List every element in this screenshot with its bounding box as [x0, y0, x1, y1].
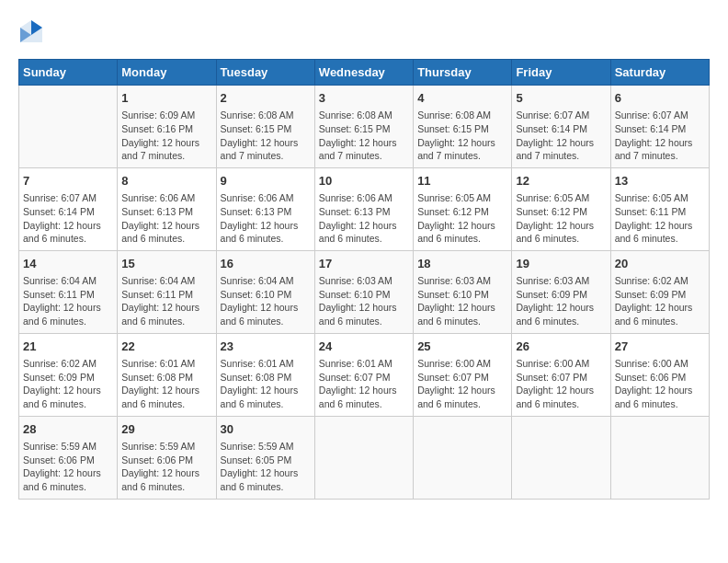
day-info: Sunrise: 6:04 AM Sunset: 6:11 PM Dayligh… [23, 274, 113, 328]
calendar-cell: 24Sunrise: 6:01 AM Sunset: 6:07 PM Dayli… [314, 333, 413, 416]
day-info: Sunrise: 5:59 AM Sunset: 6:06 PM Dayligh… [121, 440, 211, 494]
column-header-sunday: Sunday [19, 60, 118, 86]
calendar-week-row: 7Sunrise: 6:07 AM Sunset: 6:14 PM Daylig… [19, 167, 710, 250]
calendar-cell: 9Sunrise: 6:06 AM Sunset: 6:13 PM Daylig… [216, 167, 314, 250]
column-header-friday: Friday [512, 60, 610, 86]
day-info: Sunrise: 6:00 AM Sunset: 6:07 PM Dayligh… [417, 357, 507, 411]
day-number: 6 [615, 90, 705, 107]
calendar-week-row: 21Sunrise: 6:02 AM Sunset: 6:09 PM Dayli… [19, 333, 710, 416]
calendar-cell: 25Sunrise: 6:00 AM Sunset: 6:07 PM Dayli… [414, 333, 512, 416]
calendar-cell: 26Sunrise: 6:00 AM Sunset: 6:07 PM Dayli… [512, 333, 610, 416]
day-info: Sunrise: 6:03 AM Sunset: 6:10 PM Dayligh… [319, 274, 409, 328]
day-number: 4 [417, 90, 507, 107]
day-number: 27 [615, 339, 705, 355]
day-number: 8 [121, 173, 211, 190]
day-info: Sunrise: 6:07 AM Sunset: 6:14 PM Dayligh… [516, 109, 606, 163]
day-number: 12 [516, 173, 606, 190]
day-number: 30 [221, 421, 311, 438]
day-number: 22 [121, 339, 211, 355]
day-number: 25 [417, 339, 507, 355]
day-info: Sunrise: 5:59 AM Sunset: 6:06 PM Dayligh… [23, 440, 113, 494]
day-number: 5 [516, 90, 606, 107]
calendar-cell: 21Sunrise: 6:02 AM Sunset: 6:09 PM Dayli… [19, 333, 118, 416]
day-info: Sunrise: 6:04 AM Sunset: 6:10 PM Dayligh… [221, 274, 311, 328]
day-info: Sunrise: 6:09 AM Sunset: 6:16 PM Dayligh… [121, 109, 211, 163]
day-info: Sunrise: 6:01 AM Sunset: 6:07 PM Dayligh… [319, 357, 409, 411]
calendar-header-row: SundayMondayTuesdayWednesdayThursdayFrid… [19, 60, 710, 86]
calendar-cell: 14Sunrise: 6:04 AM Sunset: 6:11 PM Dayli… [19, 250, 118, 333]
day-info: Sunrise: 5:59 AM Sunset: 6:05 PM Dayligh… [221, 440, 311, 494]
day-number: 24 [319, 339, 409, 355]
calendar-cell: 3Sunrise: 6:08 AM Sunset: 6:15 PM Daylig… [314, 86, 413, 168]
day-number: 11 [417, 173, 507, 190]
day-info: Sunrise: 6:01 AM Sunset: 6:08 PM Dayligh… [121, 357, 211, 411]
calendar-cell: 10Sunrise: 6:06 AM Sunset: 6:13 PM Dayli… [314, 167, 413, 250]
day-number: 1 [121, 90, 211, 107]
calendar-cell: 4Sunrise: 6:08 AM Sunset: 6:15 PM Daylig… [414, 86, 512, 168]
day-number: 10 [319, 173, 409, 190]
day-info: Sunrise: 6:03 AM Sunset: 6:10 PM Dayligh… [417, 274, 507, 328]
calendar-week-row: 28Sunrise: 5:59 AM Sunset: 6:06 PM Dayli… [19, 416, 710, 499]
calendar-cell: 20Sunrise: 6:02 AM Sunset: 6:09 PM Dayli… [610, 250, 709, 333]
day-info: Sunrise: 6:05 AM Sunset: 6:11 PM Dayligh… [615, 191, 705, 246]
day-info: Sunrise: 6:02 AM Sunset: 6:09 PM Dayligh… [615, 274, 705, 328]
column-header-thursday: Thursday [414, 60, 512, 86]
column-header-monday: Monday [118, 60, 216, 86]
calendar-cell [314, 416, 413, 499]
day-info: Sunrise: 6:07 AM Sunset: 6:14 PM Dayligh… [23, 191, 113, 246]
day-number: 26 [516, 339, 606, 355]
calendar-week-row: 1Sunrise: 6:09 AM Sunset: 6:16 PM Daylig… [19, 86, 710, 168]
day-number: 23 [221, 339, 311, 355]
day-info: Sunrise: 6:02 AM Sunset: 6:09 PM Dayligh… [23, 357, 113, 411]
calendar-cell: 5Sunrise: 6:07 AM Sunset: 6:14 PM Daylig… [512, 86, 610, 168]
day-info: Sunrise: 6:04 AM Sunset: 6:11 PM Dayligh… [121, 274, 211, 328]
calendar-cell: 11Sunrise: 6:05 AM Sunset: 6:12 PM Dayli… [414, 167, 512, 250]
day-info: Sunrise: 6:08 AM Sunset: 6:15 PM Dayligh… [221, 109, 311, 163]
calendar-cell: 22Sunrise: 6:01 AM Sunset: 6:08 PM Dayli… [118, 333, 216, 416]
column-header-tuesday: Tuesday [216, 60, 314, 86]
calendar-cell: 30Sunrise: 5:59 AM Sunset: 6:05 PM Dayli… [216, 416, 314, 499]
day-number: 13 [615, 173, 705, 190]
calendar-cell: 29Sunrise: 5:59 AM Sunset: 6:06 PM Dayli… [118, 416, 216, 499]
calendar-cell: 18Sunrise: 6:03 AM Sunset: 6:10 PM Dayli… [414, 250, 512, 333]
day-number: 2 [221, 90, 311, 107]
calendar-cell: 13Sunrise: 6:05 AM Sunset: 6:11 PM Dayli… [610, 167, 709, 250]
day-number: 20 [615, 256, 705, 272]
day-info: Sunrise: 6:03 AM Sunset: 6:09 PM Dayligh… [516, 274, 606, 328]
column-header-wednesday: Wednesday [314, 60, 413, 86]
calendar-cell: 28Sunrise: 5:59 AM Sunset: 6:06 PM Dayli… [19, 416, 118, 499]
calendar-cell: 16Sunrise: 6:04 AM Sunset: 6:10 PM Dayli… [216, 250, 314, 333]
calendar-cell: 19Sunrise: 6:03 AM Sunset: 6:09 PM Dayli… [512, 250, 610, 333]
day-info: Sunrise: 6:05 AM Sunset: 6:12 PM Dayligh… [417, 191, 507, 246]
logo-icon [18, 18, 44, 44]
day-info: Sunrise: 6:07 AM Sunset: 6:14 PM Dayligh… [615, 109, 705, 163]
calendar-cell [414, 416, 512, 499]
day-info: Sunrise: 6:05 AM Sunset: 6:12 PM Dayligh… [516, 191, 606, 246]
calendar-cell: 1Sunrise: 6:09 AM Sunset: 6:16 PM Daylig… [118, 86, 216, 168]
calendar-cell: 2Sunrise: 6:08 AM Sunset: 6:15 PM Daylig… [216, 86, 314, 168]
calendar-cell [19, 86, 118, 168]
calendar-cell: 6Sunrise: 6:07 AM Sunset: 6:14 PM Daylig… [610, 86, 709, 168]
calendar-cell: 17Sunrise: 6:03 AM Sunset: 6:10 PM Dayli… [314, 250, 413, 333]
column-header-saturday: Saturday [610, 60, 709, 86]
page-header [18, 18, 710, 44]
calendar-week-row: 14Sunrise: 6:04 AM Sunset: 6:11 PM Dayli… [19, 250, 710, 333]
day-number: 29 [121, 421, 211, 438]
day-number: 15 [121, 256, 211, 272]
day-number: 19 [516, 256, 606, 272]
calendar-cell: 8Sunrise: 6:06 AM Sunset: 6:13 PM Daylig… [118, 167, 216, 250]
day-info: Sunrise: 6:08 AM Sunset: 6:15 PM Dayligh… [417, 109, 507, 163]
day-info: Sunrise: 6:00 AM Sunset: 6:06 PM Dayligh… [615, 357, 705, 411]
calendar-cell: 7Sunrise: 6:07 AM Sunset: 6:14 PM Daylig… [19, 167, 118, 250]
calendar-cell [512, 416, 610, 499]
day-number: 17 [319, 256, 409, 272]
calendar-cell: 12Sunrise: 6:05 AM Sunset: 6:12 PM Dayli… [512, 167, 610, 250]
day-number: 16 [221, 256, 311, 272]
calendar-table: SundayMondayTuesdayWednesdayThursdayFrid… [18, 59, 710, 500]
day-info: Sunrise: 6:00 AM Sunset: 6:07 PM Dayligh… [516, 357, 606, 411]
day-info: Sunrise: 6:01 AM Sunset: 6:08 PM Dayligh… [221, 357, 311, 411]
day-number: 14 [23, 256, 113, 272]
day-number: 18 [417, 256, 507, 272]
day-info: Sunrise: 6:06 AM Sunset: 6:13 PM Dayligh… [121, 191, 211, 246]
day-info: Sunrise: 6:06 AM Sunset: 6:13 PM Dayligh… [221, 191, 311, 246]
